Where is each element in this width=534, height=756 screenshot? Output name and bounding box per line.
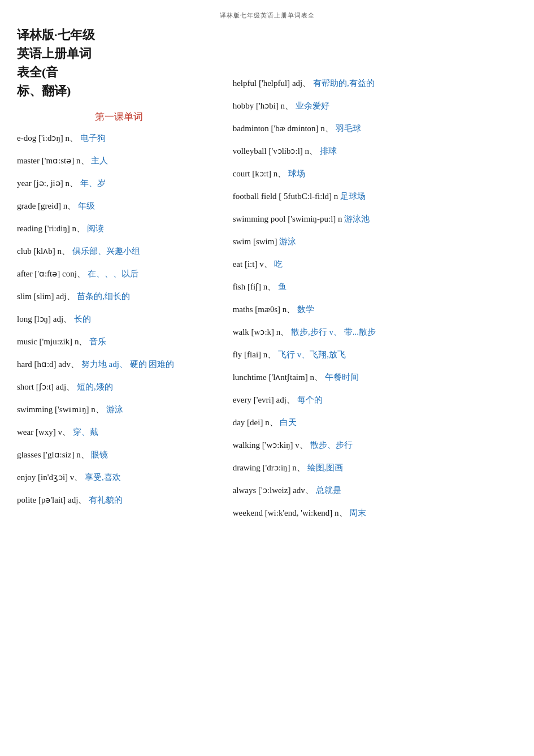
- list-item: short [ʃɔ:t] adj、 短的,矮的: [17, 380, 222, 394]
- list-item: volleyball ['vɔlibɔ:l] n、 排球: [233, 144, 517, 158]
- list-item: court [kɔ:t] n、 球场: [233, 167, 517, 180]
- list-item: helpful ['helpful] adj、 有帮助的,有益的: [233, 76, 517, 90]
- list-item: fish [fiʃ] n、 鱼: [233, 280, 517, 293]
- list-item: every ['evri] adj、 每个的: [233, 393, 517, 407]
- right-word-list: helpful ['helpful] adj、 有帮助的,有益的hobby ['…: [233, 76, 517, 520]
- list-item: football field [ 5futbC:l-fi:ld] n 足球场: [233, 189, 517, 203]
- page-header-small: 译林版七年级英语上册单词表全: [17, 11, 517, 20]
- list-item: drawing ['drɔ:iŋ] n、 绘图,图画: [233, 461, 517, 474]
- list-item: lunchtime ['lʌntʃtaim] n、 午餐时间: [233, 370, 517, 384]
- list-item: swimming ['swɪmɪŋ] n、 游泳: [17, 403, 222, 416]
- list-item: fly [flai] n、 飞行 v、飞翔,放飞: [233, 348, 517, 361]
- list-item: long [lɔŋ] adj、 长的: [17, 312, 222, 326]
- list-item: weekend [wi:k'end, 'wi:kend] n、 周末: [233, 506, 517, 520]
- list-item: eat [i:t] v、 吃: [233, 257, 517, 271]
- list-item: club [klʌb] n、 俱乐部、兴趣小组: [17, 244, 222, 258]
- list-item: walk [wɔ:k] n、 散步,步行 v、 带...散步: [233, 325, 517, 339]
- list-item: day [dei] n、 白天: [233, 416, 517, 429]
- list-item: master ['mɑ:stə] n、 主人: [17, 154, 222, 167]
- list-item: walking ['wɔ:kiŋ] v、 散步、步行: [233, 438, 517, 452]
- list-item: reading ['ri:diŋ] n、 阅读: [17, 222, 222, 235]
- list-item: swim [swim] 游泳: [233, 235, 517, 248]
- page-title: 译林版·七年级英语上册单词表全(音 标、翻译): [17, 25, 103, 100]
- list-item: slim [slim] adj、 苗条的,细长的: [17, 290, 222, 303]
- list-item: music ['mju:zik] n、 音乐: [17, 335, 222, 348]
- list-item: polite [pə'lait] adj、 有礼貌的: [17, 493, 222, 507]
- list-item: swimming pool ['swimiŋ-pu:l] n 游泳池: [233, 212, 517, 226]
- list-item: always ['ɔ:lweiz] adv、 总就是: [233, 483, 517, 497]
- list-item: badminton ['bæ dminton] n、 羽毛球: [233, 122, 517, 135]
- list-item: year [jə:, jiə] n、 年、岁: [17, 176, 222, 190]
- list-item: wear [wxy] v、 穿、戴: [17, 425, 222, 439]
- list-item: hard [hɑ:d] adv、 努力地 adj、 硬的 困难的: [17, 357, 222, 371]
- list-item: hobby ['hɔbi] n、 业余爱好: [233, 99, 517, 113]
- list-item: after ['ɑ:ftə] conj、 在、、、以后: [17, 267, 222, 280]
- list-item: grade [greid] n、 年级: [17, 199, 222, 213]
- section-title: 第一课单词: [17, 110, 222, 123]
- list-item: e-dog ['i:dɔŋ] n、 电子狗: [17, 131, 222, 145]
- left-word-list: e-dog ['i:dɔŋ] n、 电子狗master ['mɑ:stə] n、…: [17, 131, 222, 507]
- list-item: enjoy [in'dʒɔi] v、 享受,喜欢: [17, 470, 222, 484]
- list-item: glasses ['glɑ:siz] n、 眼镜: [17, 448, 222, 461]
- list-item: maths [mæθs] n、 数学: [233, 303, 517, 316]
